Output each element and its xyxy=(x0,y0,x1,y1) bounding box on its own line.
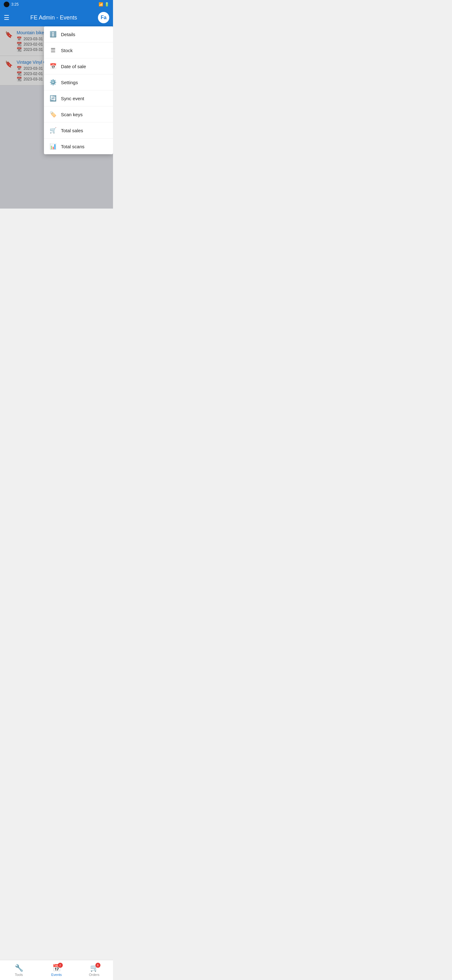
menu-item-details[interactable]: ℹ️ Details xyxy=(44,26,113,42)
context-menu: ℹ️ Details ☰ Stock 📅 Date of sale ⚙️ Set… xyxy=(44,26,113,154)
status-time: 3:25 xyxy=(11,2,19,6)
menu-item-total-sales[interactable]: 🛒 Total sales xyxy=(44,123,113,138)
calendar-date-icon: 📅 xyxy=(49,63,57,70)
camera-notch xyxy=(4,2,10,7)
app-bar: ☰ FE Admin - Events Fa xyxy=(0,9,113,26)
menu-label-settings: Settings xyxy=(61,80,78,85)
menu-item-date-of-sale[interactable]: 📅 Date of sale xyxy=(44,59,113,75)
menu-label-stock: Stock xyxy=(61,48,73,53)
cart-icon: 🛒 xyxy=(49,127,57,134)
menu-item-total-scans[interactable]: 📊 Total scans xyxy=(44,138,113,154)
scan-icon: 🏷️ xyxy=(49,111,57,118)
list-icon: ☰ xyxy=(49,47,57,54)
menu-label-date-of-sale: Date of sale xyxy=(61,64,86,69)
status-bar: 3:25 📶 🔋 xyxy=(0,0,113,9)
menu-item-stock[interactable]: ☰ Stock xyxy=(44,42,113,59)
menu-item-scan-keys[interactable]: 🏷️ Scan keys xyxy=(44,107,113,123)
menu-label-total-sales: Total sales xyxy=(61,128,83,133)
app-bar-title: FE Admin - Events xyxy=(10,14,98,21)
menu-item-sync-event[interactable]: 🔄 Sync event xyxy=(44,91,113,107)
menu-button[interactable]: ☰ xyxy=(4,14,10,21)
info-icon: ℹ️ xyxy=(49,31,57,38)
qr-icon: 📊 xyxy=(49,143,57,150)
menu-item-settings[interactable]: ⚙️ Settings xyxy=(44,75,113,91)
wifi-icon: 📶 xyxy=(98,2,103,6)
status-icons: 📶 🔋 xyxy=(98,2,109,6)
sync-icon: 🔄 xyxy=(49,95,57,102)
menu-label-scan-keys: Scan keys xyxy=(61,112,82,117)
menu-label-details: Details xyxy=(61,32,75,37)
gear-icon: ⚙️ xyxy=(49,79,57,86)
menu-label-sync-event: Sync event xyxy=(61,96,84,101)
content-area: 🔖 Mountain bike "Steep hill" 2... 📅 2023… xyxy=(0,26,113,208)
battery-icon: 🔋 xyxy=(105,2,109,6)
menu-label-total-scans: Total scans xyxy=(61,144,84,149)
user-avatar[interactable]: Fa xyxy=(98,12,109,23)
